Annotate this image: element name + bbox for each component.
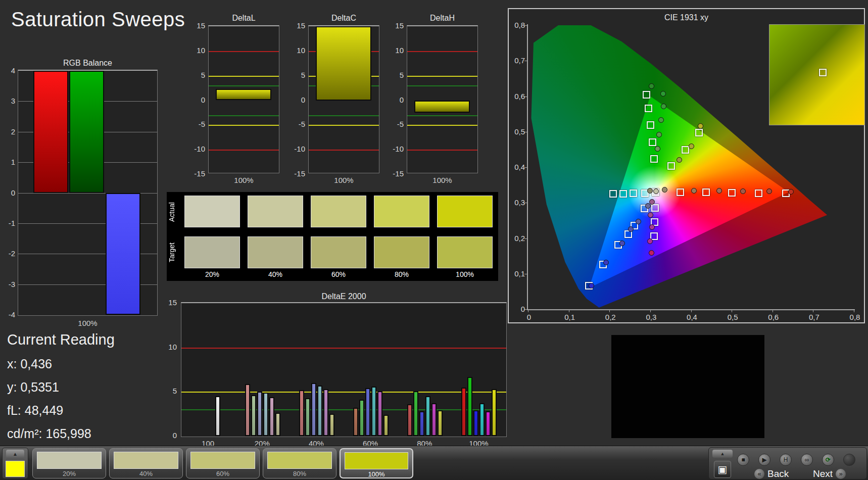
extra-button[interactable] — [843, 454, 855, 466]
deltae-bar — [251, 395, 256, 436]
ref-line — [407, 125, 477, 126]
sweep-button-20%[interactable]: 20% — [32, 448, 106, 478]
page-title: Saturation Sweeps — [11, 8, 185, 31]
cie-target-marker — [645, 105, 652, 112]
rgb-bar-green — [69, 71, 104, 193]
deltae-bar — [263, 393, 268, 436]
cie-x-tick — [854, 309, 854, 312]
deltae-y-tick-label: 5 — [160, 387, 177, 395]
rgb-y-tick-label: 4 — [0, 66, 15, 75]
cie-target-marker — [695, 129, 703, 136]
scroll-up-button[interactable]: ▲ — [6, 450, 24, 459]
cie-y-tick-label: 0,8 — [509, 21, 525, 29]
cie-target-marker — [682, 146, 689, 154]
delta-bar — [216, 89, 271, 100]
target-swatch-40% — [248, 236, 303, 268]
current-patch-swatch[interactable] — [6, 461, 25, 477]
bottom-toolbar: ▲ ▲ ▣ ■ ▶ H ∞ ⟳ — [0, 446, 868, 480]
ref-line — [181, 392, 506, 393]
sweep-button-80%[interactable]: 80% — [263, 448, 336, 478]
ref-line — [209, 51, 279, 52]
cie-y-tick-label: 0,6 — [509, 92, 525, 101]
deltac-title: DeltaC — [308, 14, 379, 23]
cie-target-marker — [619, 190, 627, 198]
deltae-bar — [467, 377, 472, 436]
ref-line — [209, 85, 279, 86]
cie-y-tick-label: 0,3 — [509, 198, 525, 207]
ref-line — [407, 85, 477, 86]
sweep-chip — [37, 452, 102, 469]
delta-chart-deltal — [208, 25, 279, 173]
cie-measurement-dot — [661, 104, 666, 109]
cie-measurement-dot — [766, 188, 772, 194]
sweep-label: 100% — [341, 470, 412, 478]
delta-y-tick-label: -10 — [188, 145, 205, 153]
next-button[interactable]: Next» — [810, 468, 846, 480]
cie-target-marker — [667, 162, 675, 170]
rgb-y-tick-label: 3 — [0, 97, 15, 105]
rgb-balance-chart — [18, 70, 158, 316]
cie-target-marker — [643, 91, 650, 99]
target-swatch-20% — [184, 236, 240, 268]
deltae-bar — [479, 403, 485, 436]
sweep-button-100%[interactable]: 100% — [340, 448, 413, 478]
cie-target-marker — [650, 155, 658, 163]
reading-x: x: 0,436 — [7, 357, 52, 371]
up-arrow-icon: ▲ — [720, 451, 725, 456]
sweep-button-60%[interactable]: 60% — [186, 448, 260, 478]
refresh-button[interactable]: ⟳ — [822, 454, 834, 466]
back-button[interactable]: «Back — [754, 468, 792, 480]
deltae-bar — [305, 398, 310, 436]
deltae-bar — [317, 386, 322, 436]
cie-measurement-dot — [689, 143, 694, 149]
panel-up-button[interactable]: ▲ — [712, 450, 733, 458]
ref-line — [309, 115, 379, 116]
play-button[interactable]: ▶ — [758, 454, 770, 466]
deltae-bar — [323, 389, 328, 436]
actual-swatch-100% — [437, 196, 493, 227]
transport-controls: ▲ ▣ ■ ▶ H ∞ ⟳ «Back — [708, 447, 867, 479]
delta-y-tick-label: 10 — [288, 46, 305, 55]
ref-line — [181, 348, 506, 349]
cie-target-marker — [651, 204, 659, 212]
cie-measurement-dot — [636, 219, 641, 224]
loop-button[interactable]: ∞ — [801, 454, 813, 466]
cie-x-tick — [691, 309, 692, 312]
ref-line — [407, 51, 477, 52]
ref-line — [209, 115, 279, 116]
swatch-col-label: 100% — [437, 270, 493, 278]
deltae-bar — [245, 384, 250, 436]
stop-button[interactable]: ■ — [737, 454, 749, 466]
sweep-chip — [345, 452, 408, 469]
sweep-chip — [190, 452, 255, 469]
deltae-y-tick-label: 15 — [160, 298, 177, 307]
cie-x-tick-label: 0,4 — [682, 313, 702, 321]
swatch-col-label: 20% — [184, 270, 240, 278]
delta-y-tick-label: -5 — [188, 120, 205, 128]
actual-swatch-80% — [374, 196, 429, 227]
deltae-bar — [407, 404, 412, 436]
deltae-title: DeltaE 2000 — [181, 292, 507, 301]
deltae-bar — [383, 415, 389, 436]
rgb-y-tick-label: 2 — [0, 127, 15, 136]
deltae-bar — [215, 396, 220, 436]
pattern-h-button[interactable]: H — [780, 454, 792, 466]
deltae-chart — [181, 302, 507, 437]
cie-measurement-dot — [740, 188, 746, 194]
cie-target-marker — [755, 189, 762, 197]
deltae-bar — [365, 388, 370, 436]
deltae-bar — [492, 389, 497, 436]
stop-icon: ■ — [741, 456, 745, 463]
swatch-row-label-actual: Actual — [168, 196, 177, 228]
cie-measurement-dot — [698, 123, 703, 129]
deltae-bar — [461, 388, 466, 436]
cie-x-tick-label: 0,2 — [600, 313, 620, 321]
pattern-window-button[interactable]: ▣ — [714, 461, 731, 478]
ref-line — [407, 76, 477, 77]
deltae-bar — [275, 413, 280, 436]
delta-bar — [414, 101, 470, 113]
sweep-label: 20% — [33, 470, 106, 477]
cie-x-tick-label: 0,5 — [722, 313, 743, 321]
sweep-button-40%[interactable]: 40% — [109, 448, 183, 478]
reading-cdm2: cd/m²: 165,998 — [7, 426, 91, 441]
